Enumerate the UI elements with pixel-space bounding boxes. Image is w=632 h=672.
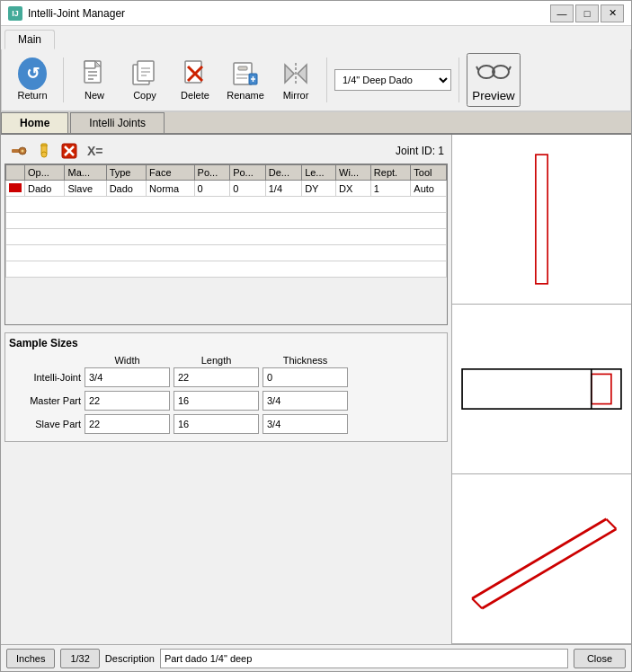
col-master: Ma...	[65, 165, 106, 181]
test-tube-icon-btn[interactable]	[33, 140, 55, 162]
joint-type-dropdown[interactable]: 1/4" Deep Dado 3/8" Deep Dado 1/2" Deep …	[334, 69, 451, 91]
secondary-tab-bar: Home Intelli Joints	[1, 112, 631, 135]
sample-sizes-title: Sample Sizes	[9, 337, 443, 349]
svg-rect-41	[452, 320, 631, 459]
main-window: IJ Intelli-Joint Manager — □ ✕ Main ↺ Re…	[0, 0, 632, 672]
delete-button[interactable]: Delete	[172, 53, 218, 107]
toolbar-container: Main ↺ Return	[1, 26, 631, 112]
preview-middle-svg	[452, 305, 631, 473]
col-type: Type	[106, 165, 146, 181]
table-header-row: Op... Ma... Type Face Po... Po... De... …	[6, 165, 447, 181]
maximize-button[interactable]: □	[575, 4, 599, 22]
status-bar: Inches 1/32 Description Close	[1, 644, 631, 671]
new-button[interactable]: New	[71, 53, 118, 107]
joint-table: Op... Ma... Type Face Po... Po... De... …	[5, 164, 447, 278]
size-header-row: Width Length Thickness	[9, 355, 443, 366]
cell-width: DX	[336, 181, 371, 197]
cell-length: DY	[302, 181, 336, 197]
slave-part-length[interactable]	[174, 414, 259, 434]
delete-icon	[181, 59, 209, 88]
cell-pos1: 0	[194, 181, 230, 197]
minimize-button[interactable]: —	[550, 4, 574, 22]
intelli-joint-label: Intelli-Joint	[9, 372, 81, 383]
title-bar-left: IJ Intelli-Joint Manager	[8, 6, 125, 21]
table-row[interactable]: Dado Slave Dado Norma 0 0 1/4 DY DX 1 Au…	[6, 181, 447, 197]
formula-icon-btn[interactable]: X=	[84, 140, 105, 162]
table-row-empty	[6, 197, 447, 213]
new-label: New	[85, 90, 104, 101]
row-flag-cell	[6, 181, 25, 197]
preview-top-svg	[452, 135, 631, 304]
intelli-joint-row: Intelli-Joint	[9, 367, 443, 387]
master-part-width[interactable]	[85, 391, 170, 411]
left-panel: X= Joint ID: 1 Op... Ma...	[1, 135, 451, 644]
mirror-button[interactable]: Mirror	[272, 53, 319, 107]
rename-button[interactable]: Rename	[222, 53, 269, 107]
table-row-empty	[6, 261, 447, 278]
delete-label: Delete	[181, 90, 209, 101]
description-input[interactable]	[160, 649, 568, 668]
svg-marker-21	[285, 65, 294, 83]
col-width: Wi...	[336, 165, 371, 181]
svg-marker-22	[298, 65, 307, 83]
slave-part-width[interactable]	[85, 414, 170, 434]
fraction-button[interactable]: 1/32	[60, 649, 99, 668]
preview-middle	[452, 305, 631, 474]
mirror-icon-area	[281, 59, 310, 88]
tab-home[interactable]: Home	[1, 112, 68, 133]
intelli-joint-length[interactable]	[174, 367, 259, 387]
intelli-joint-thickness[interactable]	[263, 367, 348, 387]
inner-toolbar-icons: X=	[8, 140, 105, 162]
row-flag-icon	[9, 183, 22, 192]
cell-depth: 1/4	[265, 181, 301, 197]
return-button[interactable]: ↺ Return	[9, 53, 56, 107]
table-header: Op... Ma... Type Face Po... Po... De... …	[6, 165, 447, 181]
tab-strip: Main	[1, 26, 631, 49]
description-label: Description	[105, 653, 155, 664]
table-row-empty	[6, 245, 447, 261]
master-part-thickness[interactable]	[263, 391, 348, 411]
main-content: X= Joint ID: 1 Op... Ma...	[1, 135, 631, 644]
preview-button[interactable]: Preview	[467, 53, 521, 107]
col-op	[6, 165, 25, 181]
wrench-icon-btn[interactable]	[8, 140, 30, 162]
new-icon-area	[80, 59, 109, 88]
window-close-button[interactable]: ✕	[601, 4, 624, 22]
col-rept: Rept.	[370, 165, 410, 181]
slave-part-thickness[interactable]	[263, 414, 348, 434]
col-header-length: Length	[174, 355, 259, 366]
remove-icon-btn[interactable]	[58, 140, 80, 162]
preview-label: Preview	[472, 89, 514, 102]
joint-table-wrapper[interactable]: Op... Ma... Type Face Po... Po... De... …	[4, 164, 448, 325]
rename-icon	[231, 59, 260, 88]
rename-icon-area	[231, 59, 260, 88]
joint-id-value: 1	[438, 145, 444, 157]
svg-rect-1	[85, 61, 95, 68]
col-header-width: Width	[85, 355, 170, 366]
new-icon	[80, 59, 109, 88]
close-button[interactable]: Close	[574, 649, 626, 668]
cell-pos2: 0	[230, 181, 266, 197]
inches-button[interactable]: Inches	[6, 649, 55, 668]
tab-intelli-joints[interactable]: Intelli Joints	[70, 112, 165, 133]
tab-main[interactable]: Main	[4, 30, 55, 49]
svg-rect-39	[452, 145, 631, 294]
dropdown-area: 1/4" Deep Dado 3/8" Deep Dado 1/2" Deep …	[334, 69, 451, 91]
window-title: Intelli-Joint Manager	[28, 7, 125, 20]
cell-tool: Auto	[411, 181, 447, 197]
toolbar: ↺ Return New	[1, 49, 631, 111]
copy-icon-area	[130, 59, 159, 88]
cell-master: Slave	[65, 181, 106, 197]
return-icon: ↺	[18, 57, 47, 90]
copy-button[interactable]: Copy	[121, 53, 168, 107]
intelli-joint-width[interactable]	[85, 367, 170, 387]
title-bar: IJ Intelli-Joint Manager — □ ✕	[1, 1, 631, 26]
svg-text:X=: X=	[87, 144, 103, 158]
toolbar-sep-1	[63, 57, 64, 102]
preview-top	[452, 135, 631, 305]
slave-part-label: Slave Part	[9, 419, 81, 429]
svg-point-33	[41, 152, 47, 157]
master-part-length[interactable]	[174, 391, 259, 411]
size-label-spacer	[9, 355, 81, 366]
col-pos1: Po...	[194, 165, 230, 181]
